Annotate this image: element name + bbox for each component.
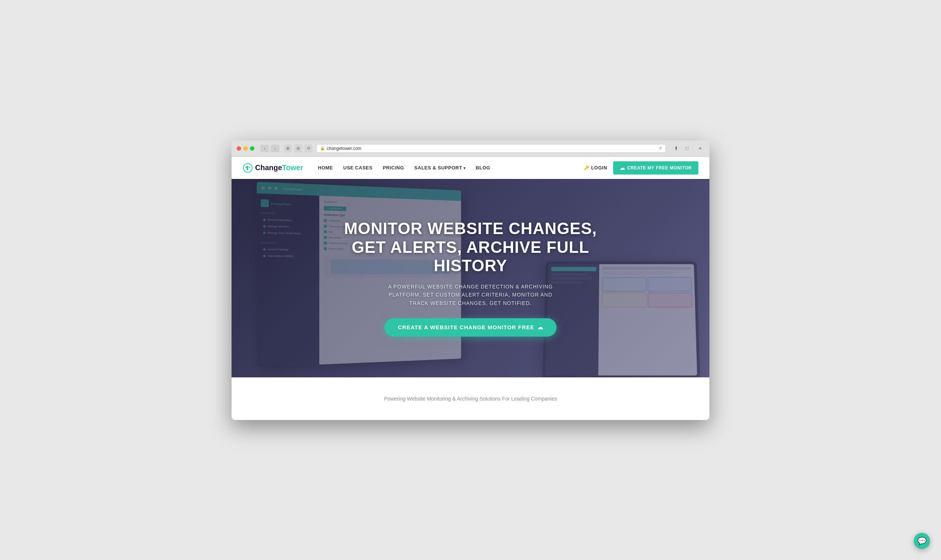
cloud-icon: ☁ <box>537 324 543 331</box>
hero-cta-button[interactable]: CREATE A WEBSITE CHANGE MONITOR FREE ☁ <box>385 318 556 337</box>
browser-window: ‹ › ⊞ ⊟ ↺ 🔒 changetower.com ↺ ⬆ □ + <box>232 140 709 420</box>
website-content: ChangeTower HOME USE CASES PRICING SALES… <box>232 157 709 420</box>
minimize-button[interactable] <box>243 146 248 151</box>
hero-cta-label: CREATE A WEBSITE CHANGE MONITOR FREE <box>398 324 534 330</box>
nav-blog[interactable]: BLOG <box>476 165 490 171</box>
nav-links: HOME USE CASES PRICING SALES & SUPPORT B… <box>318 165 584 171</box>
nav-home[interactable]: HOME <box>318 165 333 171</box>
share-button[interactable]: ⬆ <box>672 145 680 152</box>
close-button[interactable] <box>237 146 241 151</box>
nav-pricing[interactable]: PRICING <box>383 165 404 171</box>
reader-view-icon[interactable]: ⊞ <box>284 145 292 152</box>
nav-sales-support[interactable]: SALES & SUPPORT <box>414 165 465 171</box>
logo-text: ChangeTower <box>255 163 303 172</box>
nav-use-cases[interactable]: USE CASES <box>343 165 373 171</box>
bookmark-icon[interactable]: ⊟ <box>294 145 302 152</box>
add-bookmark-button[interactable]: □ <box>683 145 691 152</box>
logo-change: Change <box>255 163 282 172</box>
hero-title: MONITOR WEBSITE CHANGES, GET ALERTS, ARC… <box>342 219 599 275</box>
url-text: changetower.com <box>327 146 361 151</box>
lock-icon: 🔒 <box>320 146 325 150</box>
svg-rect-2 <box>246 167 246 168</box>
maximize-button[interactable] <box>250 146 254 151</box>
nav-actions: LOGIN CREATE MY FREE MONITOR <box>584 161 698 175</box>
browser-actions: ⬆ □ <box>672 145 691 152</box>
back-button[interactable]: ‹ <box>260 145 269 152</box>
site-navigation: ChangeTower HOME USE CASES PRICING SALES… <box>232 157 709 179</box>
login-link[interactable]: LOGIN <box>584 165 607 171</box>
svg-rect-3 <box>249 167 250 168</box>
toolbar-icons: ⊞ ⊟ ↺ <box>284 145 313 152</box>
chat-icon: 💬 <box>918 537 927 545</box>
powering-text: Powering Website Monitoring & Archiving … <box>243 396 698 402</box>
hero-subtitle: A POWERFUL WEBSITE CHANGE DETECTION & AR… <box>379 283 562 307</box>
chat-widget[interactable]: 💬 <box>914 533 930 549</box>
svg-rect-1 <box>246 166 248 170</box>
browser-titlebar: ‹ › ⊞ ⊟ ↺ 🔒 changetower.com ↺ ⬆ □ + <box>232 140 709 157</box>
address-bar[interactable]: 🔒 changetower.com ↺ <box>316 144 666 153</box>
nav-buttons: ‹ › <box>260 145 279 152</box>
add-tab-button[interactable]: + <box>696 145 704 152</box>
logo-icon <box>243 163 253 173</box>
refresh-icon[interactable]: ↺ <box>659 146 662 151</box>
logo[interactable]: ChangeTower <box>243 163 303 173</box>
hero-section: ChangeTower ChangeTower MONITOR Recent N… <box>232 179 709 377</box>
forward-button[interactable]: › <box>271 145 279 152</box>
traffic-lights <box>237 146 254 151</box>
logo-tower: Tower <box>282 163 303 172</box>
hero-content: MONITOR WEBSITE CHANGES, GET ALERTS, ARC… <box>232 179 709 377</box>
below-fold-section: Powering Website Monitoring & Archiving … <box>232 377 709 420</box>
create-monitor-button[interactable]: CREATE MY FREE MONITOR <box>613 161 698 175</box>
history-icon[interactable]: ↺ <box>304 145 313 152</box>
